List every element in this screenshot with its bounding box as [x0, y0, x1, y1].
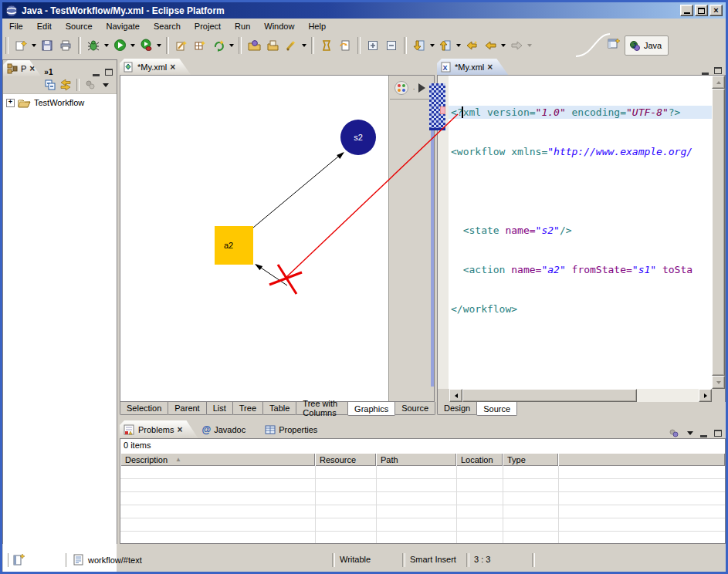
- gold-frame-button[interactable]: [317, 36, 336, 55]
- palette-expand-icon[interactable]: [418, 83, 425, 93]
- minimize-button[interactable]: [680, 5, 693, 16]
- page-tab-parent[interactable]: Parent: [168, 402, 206, 415]
- column-header-path[interactable]: Path: [376, 453, 456, 466]
- filter-disabled-button[interactable]: [83, 77, 98, 93]
- print-button[interactable]: [56, 36, 75, 55]
- new-refresh-dropdown[interactable]: [228, 36, 235, 55]
- menu-search[interactable]: Search: [147, 20, 188, 32]
- vertical-scroll-thumb[interactable]: [712, 89, 725, 376]
- search-brush-button[interactable]: [282, 36, 300, 55]
- scroll-right-button[interactable]: [699, 389, 712, 402]
- column-header-resource[interactable]: Resource: [315, 453, 376, 466]
- page-tab-source[interactable]: Source: [476, 402, 517, 416]
- tree-expander-icon[interactable]: +: [6, 99, 15, 107]
- debug-button[interactable]: [84, 36, 103, 55]
- java-perspective-button[interactable]: J Java: [625, 35, 669, 56]
- page-tab-table[interactable]: Table: [262, 402, 296, 415]
- view-minimize-button[interactable]: [93, 68, 100, 76]
- page-tab-graphics[interactable]: Graphics: [347, 402, 395, 416]
- menu-run[interactable]: Run: [228, 20, 257, 32]
- run-dropdown[interactable]: [129, 36, 137, 55]
- page-tab-tree[interactable]: Tree: [232, 402, 263, 415]
- menu-source[interactable]: Source: [59, 20, 100, 32]
- problems-table-rows[interactable]: [120, 466, 725, 543]
- next-annotation-button[interactable]: [410, 36, 428, 55]
- sync-button[interactable]: [336, 36, 354, 55]
- workflow-canvas[interactable]: s2 a2: [120, 76, 388, 401]
- collapse-all-button[interactable]: [42, 77, 58, 93]
- link-with-editor-button[interactable]: [58, 77, 73, 93]
- external-tools-button[interactable]: [137, 36, 155, 55]
- view-menu-icon[interactable]: [687, 431, 693, 435]
- add-window-button[interactable]: [364, 36, 382, 55]
- page-tab-design[interactable]: Design: [437, 402, 477, 415]
- tab-close-icon[interactable]: ×: [170, 63, 175, 71]
- hidden-tabs-chevron[interactable]: »1: [44, 68, 52, 76]
- remove-window-button[interactable]: [382, 36, 401, 55]
- source-text-area[interactable]: <?xml version="1.0" encoding="UTF-8"?> <…: [449, 76, 712, 389]
- column-header-description[interactable]: Description ▲: [120, 453, 315, 466]
- tab-javadoc[interactable]: @ Javadoc: [198, 420, 261, 438]
- state-node-s2[interactable]: s2: [340, 120, 376, 155]
- back-button[interactable]: [481, 36, 499, 55]
- filter-icon[interactable]: [668, 427, 680, 438]
- palette-flyout-button[interactable]: .: [390, 76, 433, 100]
- menu-navigate[interactable]: Navigate: [100, 20, 147, 32]
- new-refresh-button[interactable]: [209, 36, 228, 55]
- tab-close-icon[interactable]: ×: [177, 426, 182, 434]
- titlebar[interactable]: Java - TestWorkflow/My.xml - Eclipse Pla…: [2, 2, 726, 19]
- external-tools-dropdown[interactable]: [155, 36, 163, 55]
- page-tab-source[interactable]: Source: [394, 402, 435, 415]
- view-menu-button[interactable]: [98, 77, 113, 93]
- action-node-a2[interactable]: a2: [215, 226, 253, 265]
- page-tab-selection[interactable]: Selection: [120, 402, 168, 415]
- menu-file[interactable]: File: [2, 20, 30, 32]
- forward-button[interactable]: [507, 36, 526, 55]
- new-wizard-dropdown[interactable]: [30, 36, 38, 55]
- horizontal-scroll-thumb[interactable]: [462, 389, 637, 402]
- save-button[interactable]: [38, 36, 56, 55]
- tab-close-icon[interactable]: ×: [29, 65, 35, 73]
- previous-annotation-dropdown[interactable]: [455, 36, 462, 55]
- new-grid-button[interactable]: [191, 36, 209, 55]
- horizontal-scroll-track[interactable]: [637, 389, 699, 402]
- clipboard-button[interactable]: [263, 36, 282, 55]
- tab-problems[interactable]: Problems ×: [120, 420, 198, 438]
- tab-close-icon[interactable]: ×: [487, 63, 493, 71]
- close-button[interactable]: ×: [709, 5, 723, 16]
- menu-window[interactable]: Window: [257, 20, 301, 32]
- new-xml-button[interactable]: [172, 36, 191, 55]
- last-edit-location-button[interactable]: [462, 36, 481, 55]
- page-tab-tree-with-columns[interactable]: Tree with Columns: [296, 402, 348, 415]
- previous-annotation-button[interactable]: [436, 36, 455, 55]
- run-button[interactable]: [110, 36, 129, 55]
- tab-package-explorer[interactable]: P ×: [3, 60, 41, 76]
- column-header-type[interactable]: Type: [503, 453, 558, 466]
- scroll-down-button[interactable]: [712, 376, 725, 389]
- tab-graphics-my-xml[interactable]: *My.xml ×: [120, 59, 191, 75]
- fast-view-button[interactable]: [13, 552, 27, 566]
- column-header-location[interactable]: Location: [456, 453, 503, 466]
- open-perspective-button[interactable]: [608, 37, 621, 51]
- debug-dropdown[interactable]: [103, 36, 110, 55]
- tab-properties[interactable]: Properties: [261, 420, 333, 438]
- menu-edit[interactable]: Edit: [30, 20, 59, 32]
- view-minimize-button[interactable]: [700, 429, 707, 437]
- view-maximize-button[interactable]: [105, 69, 113, 76]
- back-dropdown[interactable]: [499, 36, 507, 55]
- next-annotation-dropdown[interactable]: [428, 36, 436, 55]
- maximize-button[interactable]: [695, 5, 708, 16]
- tree-item-testworkflow[interactable]: + TestWorkflow: [3, 94, 117, 108]
- forward-dropdown[interactable]: [526, 36, 533, 55]
- tab-source-my-xml[interactable]: X *My.xml ×: [437, 59, 508, 75]
- editor-maximize-button[interactable]: [714, 67, 722, 74]
- new-wizard-button[interactable]: [12, 36, 30, 55]
- editor-minimize-button[interactable]: [702, 66, 709, 75]
- scroll-left-button[interactable]: [449, 389, 462, 402]
- vertical-scrollbar[interactable]: [712, 76, 725, 389]
- menu-project[interactable]: Project: [188, 20, 228, 32]
- scroll-up-button[interactable]: [712, 76, 725, 89]
- menu-help[interactable]: Help: [301, 20, 333, 32]
- page-tab-list[interactable]: List: [206, 402, 233, 415]
- view-maximize-button[interactable]: [714, 430, 722, 437]
